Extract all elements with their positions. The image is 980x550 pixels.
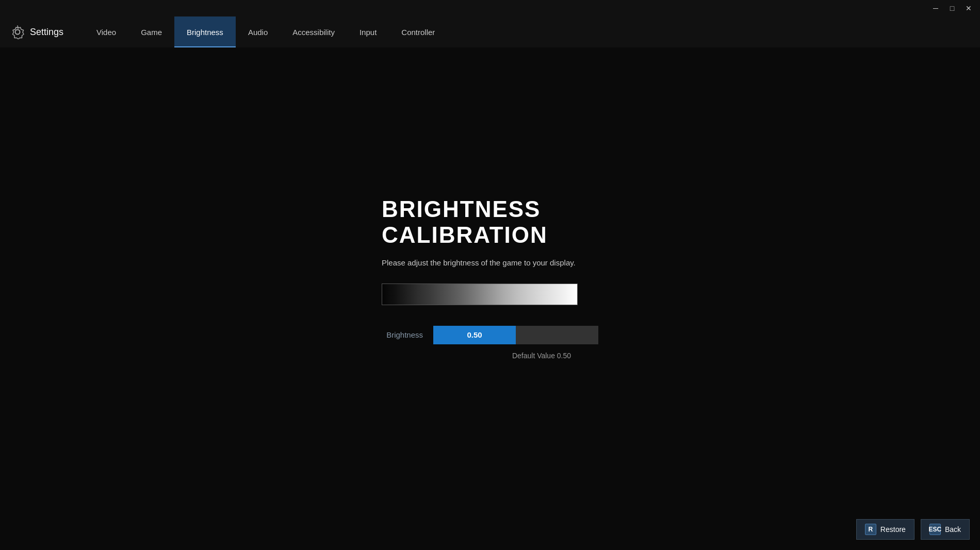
back-label: Back (945, 525, 961, 534)
nav-tabs: Video Game Brightness Audio Accessibilit… (84, 16, 447, 47)
calibration-description: Please adjust the brightness of the game… (382, 257, 576, 269)
back-key-badge: ESC (929, 524, 941, 535)
tab-audio[interactable]: Audio (236, 16, 280, 47)
brightness-value: 0.50 (467, 330, 482, 339)
slider-empty-portion (516, 326, 598, 344)
bottom-bar: R Restore ESC Back (856, 519, 970, 540)
main-content: BRIGHTNESS CALIBRATION Please adjust the… (0, 47, 980, 550)
slider-filled-portion: 0.50 (433, 326, 516, 344)
app-logo: Settings (10, 25, 63, 39)
tab-input[interactable]: Input (347, 16, 389, 47)
minimize-button[interactable]: ─ (928, 3, 943, 13)
title-bar: ─ □ ✕ (0, 0, 980, 16)
restore-key-badge: R (865, 524, 876, 535)
window-controls: ─ □ ✕ (928, 3, 976, 13)
brightness-slider[interactable]: 0.50 (433, 326, 598, 344)
calibration-title: BRIGHTNESS CALIBRATION (382, 196, 598, 248)
app-title-text: Settings (30, 27, 63, 38)
tab-brightness[interactable]: Brightness (174, 16, 236, 47)
tab-game[interactable]: Game (128, 16, 174, 47)
back-button[interactable]: ESC Back (921, 519, 970, 540)
tab-controller[interactable]: Controller (389, 16, 447, 47)
calibration-container: BRIGHTNESS CALIBRATION Please adjust the… (382, 196, 598, 360)
gradient-bar (382, 284, 577, 305)
restore-label: Restore (880, 525, 906, 534)
tab-video[interactable]: Video (84, 16, 128, 47)
svg-point-0 (15, 30, 20, 35)
gear-icon (10, 25, 25, 39)
brightness-gradient-preview (382, 284, 578, 305)
header: Settings Video Game Brightness Audio Acc… (0, 16, 980, 47)
brightness-label: Brightness (382, 330, 423, 339)
brightness-control-row: Brightness 0.50 (382, 326, 598, 344)
default-value-text: Default Value 0.50 (433, 352, 650, 360)
restore-button[interactable]: R Restore (856, 519, 914, 540)
tab-accessibility[interactable]: Accessibility (280, 16, 347, 47)
restore-button[interactable]: □ (945, 3, 959, 13)
close-button[interactable]: ✕ (961, 3, 976, 13)
